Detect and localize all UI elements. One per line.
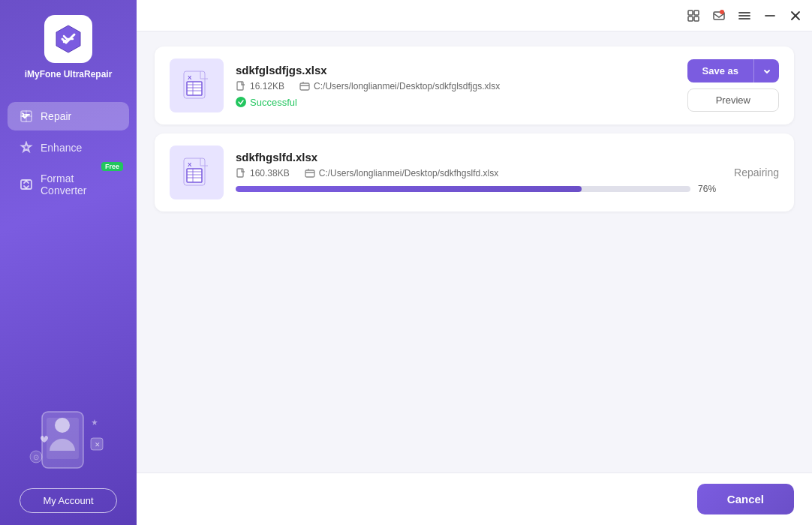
nav-menu: Repair Enhance Format Converter Free [0,102,137,204]
svg-rect-33 [187,169,202,182]
file-size-icon-1 [236,81,246,92]
file-card-2: X sdkfhgslfd.xlsx 160.38KB [155,134,794,212]
progress-percent-2: 76% [698,184,722,194]
sidebar-bottom: ✕ ⊙ My Account [0,397,137,525]
enhance-icon [20,141,33,154]
file-size-2: 160.38KB [236,168,290,178]
repairing-label: Repairing [734,166,779,178]
file-size-icon-2 [236,168,246,178]
sidebar-item-enhance[interactable]: Enhance [8,134,129,162]
sidebar-item-format-converter[interactable]: Format Converter Free [8,165,129,204]
svg-point-4 [55,418,70,433]
file-info-2: sdkfhgslfd.xlsx 160.38KB [236,151,722,194]
title-bar [137,0,812,32]
progress-bar-fill-2 [236,186,582,192]
grid-icon[interactable] [686,8,701,23]
mail-icon[interactable] [711,8,726,23]
save-as-button[interactable]: Save as [687,59,753,82]
svg-text:X: X [188,161,192,168]
free-badge: Free [101,162,123,171]
file-name-2: sdkfhgslfd.xlsx [236,151,722,164]
svg-rect-10 [694,10,699,15]
bottom-bar: Cancel [137,472,812,525]
sidebar-label-format-converter: Format Converter [41,172,117,196]
sidebar-illustration: ✕ ⊙ [20,397,117,479]
minimize-icon[interactable] [762,8,777,23]
sidebar-item-repair[interactable]: Repair [8,102,129,130]
file-size-1: 16.12KB [236,81,284,92]
svg-rect-30 [300,83,309,90]
app-logo [44,15,92,63]
svg-rect-23 [187,82,202,95]
cancel-button[interactable]: Cancel [697,484,794,514]
preview-button[interactable]: Preview [687,88,779,112]
svg-rect-9 [688,10,693,15]
file-card-1: X sdkfglsdfjgs.xlsx 16.12KB [155,46,794,124]
sidebar-label-repair: Repair [41,110,71,122]
save-as-row: Save as [687,59,779,82]
file-actions-2: Repairing [734,166,779,178]
file-info-1: sdkfglsdfjgs.xlsx 16.12KB [236,64,675,108]
file-meta-1: 16.12KB C:/Users/longlianmei/Desktop/sdk… [236,81,675,92]
file-path-icon-2 [305,168,315,178]
app-name: iMyFone UltraRepair [25,69,113,81]
title-bar-icons [686,8,803,23]
file-path-1: C:/Users/longlianmei/Desktop/sdkfglsdfjg… [299,81,500,92]
svg-rect-11 [688,16,693,21]
file-status-1: Successful [236,97,675,108]
menu-icon[interactable] [737,8,752,23]
close-icon[interactable] [788,8,803,23]
file-path-icon-1 [299,81,310,92]
file-thumb-2: X [170,146,224,200]
svg-text:✕: ✕ [95,441,101,448]
save-as-arrow-button[interactable] [753,59,779,82]
file-list: X sdkfglsdfjgs.xlsx 16.12KB [137,32,812,472]
file-name-1: sdkfglsdfjgs.xlsx [236,64,675,76]
progress-bar-bg-2 [236,186,690,192]
svg-rect-39 [237,169,243,177]
progress-row-2: 76% [236,184,722,194]
svg-rect-12 [694,16,699,21]
svg-text:⊙: ⊙ [33,453,39,461]
file-path-2: C:/Users/longlianmei/Desktop/sdkfhgslfd.… [305,168,498,178]
svg-point-14 [720,10,724,14]
status-dot-1 [236,97,246,107]
logo-area: iMyFone UltraRepair [25,15,113,81]
format-converter-icon [20,178,33,191]
svg-text:X: X [188,74,192,81]
sidebar: iMyFone UltraRepair Repair Enhance [0,0,137,525]
svg-rect-29 [237,82,243,90]
file-meta-2: 160.38KB C:/Users/longlianmei/Desktop/sd… [236,168,722,178]
svg-rect-40 [305,170,314,177]
my-account-button[interactable]: My Account [20,488,117,513]
sidebar-label-enhance: Enhance [41,142,82,154]
main-content: X sdkfglsdfjgs.xlsx 16.12KB [137,0,812,525]
repair-icon [20,110,33,123]
file-thumb-1: X [170,58,224,112]
file-actions-1: Save as Preview [687,59,779,112]
